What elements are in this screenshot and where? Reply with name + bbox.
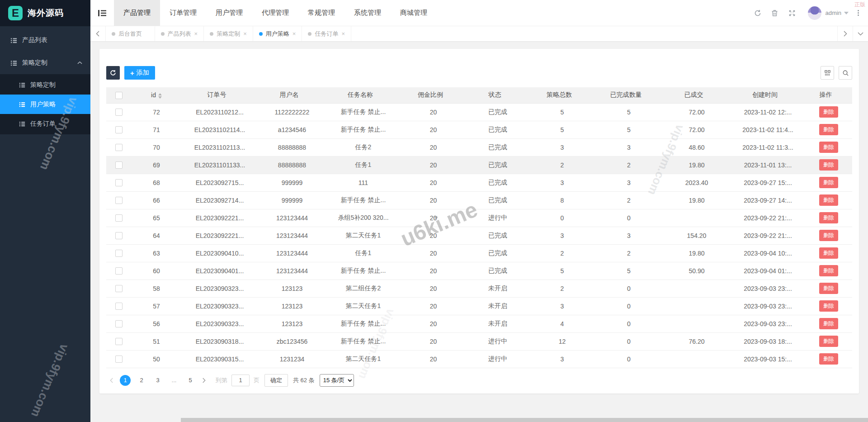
sidebar-subitem[interactable]: 任务订单 (0, 114, 90, 133)
delete-button[interactable]: 删除 (819, 159, 838, 171)
column-header[interactable]: 操作 (805, 87, 852, 103)
confirm-button[interactable]: 确定 (264, 374, 288, 387)
delete-button[interactable]: 删除 (819, 177, 838, 188)
sort-icon[interactable] (158, 93, 162, 99)
delete-button[interactable]: 删除 (819, 106, 838, 118)
column-header[interactable]: 订单号 (181, 87, 258, 103)
delete-button[interactable]: 删除 (819, 142, 838, 153)
table-row[interactable]: 72 EL2023110212... 1122222222 新手任务 禁止...… (106, 103, 852, 121)
topnav-item[interactable]: 订单管理 (160, 0, 206, 26)
column-header[interactable]: 用户名 (258, 87, 326, 103)
avatar[interactable] (808, 6, 821, 20)
row-checkbox[interactable] (115, 161, 123, 169)
tab-close-icon[interactable]: × (243, 30, 247, 37)
table-row[interactable]: 60 EL2023090401... 123123444 新手任务 禁止... … (106, 262, 852, 280)
column-header[interactable]: id (132, 87, 181, 103)
tab[interactable]: 用户策略 × (253, 26, 302, 41)
table-row[interactable]: 68 EL2023092715... 999999 111 20 已完成 3 3… (106, 174, 852, 191)
column-header[interactable]: 佣金比例 (401, 87, 466, 103)
select-all-checkbox[interactable] (115, 92, 123, 99)
column-header[interactable]: 状态 (466, 87, 529, 103)
page-number[interactable]: ... (169, 375, 179, 386)
row-checkbox[interactable] (115, 232, 123, 239)
row-checkbox[interactable] (115, 267, 123, 275)
tab-menu-button[interactable] (853, 26, 868, 41)
tab-scroll-right-button[interactable] (837, 26, 853, 41)
delete-button[interactable]: 删除 (819, 265, 838, 276)
row-checkbox[interactable] (115, 179, 123, 186)
row-checkbox[interactable] (115, 303, 123, 310)
table-row[interactable]: 58 EL2023090323... 123123 第二组任务2 20 未开启 … (106, 280, 852, 297)
user-caret-icon[interactable] (844, 12, 849, 14)
row-checkbox[interactable] (115, 126, 123, 133)
row-checkbox[interactable] (115, 197, 123, 204)
delete-button[interactable]: 删除 (819, 194, 838, 206)
page-number[interactable]: 2 (136, 375, 147, 386)
row-checkbox[interactable] (115, 250, 123, 257)
sidebar-item[interactable]: 策略定制 (0, 52, 90, 74)
delete-button[interactable]: 删除 (819, 283, 838, 294)
topnav-item[interactable]: 常规管理 (298, 0, 344, 26)
table-row[interactable]: 65 EL2023092221... 123123444 杀组5补200 320… (106, 209, 852, 227)
table-row[interactable]: 66 EL2023092714... 999999 新手任务 禁止... 20 … (106, 191, 852, 209)
column-header[interactable]: 创建时间 (731, 87, 805, 103)
fullscreen-button[interactable] (783, 0, 801, 26)
table-refresh-button[interactable] (106, 66, 120, 80)
row-checkbox[interactable] (115, 285, 123, 292)
column-header[interactable]: 已完成数量 (595, 87, 663, 103)
refresh-button[interactable] (749, 0, 766, 26)
row-checkbox[interactable] (115, 144, 123, 151)
tab-close-icon[interactable]: × (194, 30, 198, 37)
more-menu-button[interactable] (858, 10, 859, 16)
row-checkbox[interactable] (115, 356, 123, 363)
table-row[interactable]: 70 EL20231102113... 88888888 任务2 20 已完成 … (106, 138, 852, 156)
column-header[interactable]: 任务名称 (326, 87, 401, 103)
table-row[interactable]: 71 EL20231102114... a1234546 新手任务 禁止... … (106, 121, 852, 138)
tab[interactable]: 后台首页 × (106, 26, 155, 41)
topnav-item[interactable]: 用户管理 (206, 0, 252, 26)
row-checkbox[interactable] (115, 338, 123, 345)
row-checkbox[interactable] (115, 320, 123, 327)
delete-button[interactable]: 删除 (819, 247, 838, 259)
goto-page-input[interactable] (231, 375, 250, 386)
topnav-item[interactable]: 产品管理 (114, 0, 160, 26)
topnav-item[interactable]: 系统管理 (344, 0, 391, 26)
topnav-item[interactable]: 代理管理 (252, 0, 298, 26)
next-page-button[interactable] (198, 375, 209, 386)
table-row[interactable]: 63 EL2023090410... 123123444 任务1 20 已完成 … (106, 244, 852, 262)
column-header[interactable]: 已成交 (663, 87, 731, 103)
tab[interactable]: 任务订单 × (302, 26, 351, 41)
table-row[interactable]: 57 EL2023090323... 123123 第二天任务1 20 未开启 … (106, 297, 852, 315)
add-button[interactable]: + 添加 (124, 66, 155, 80)
sidebar-item[interactable]: 产品列表 (0, 29, 90, 52)
delete-button[interactable]: 删除 (819, 318, 838, 329)
username[interactable]: admin (826, 9, 841, 16)
tab[interactable]: 策略定制 × (204, 26, 253, 41)
clear-cache-button[interactable] (766, 0, 783, 26)
delete-button[interactable]: 删除 (819, 336, 838, 347)
tab-close-icon[interactable]: × (341, 30, 345, 37)
sidebar-subitem[interactable]: 策略定制 (0, 75, 90, 95)
column-toggle-button[interactable] (821, 66, 834, 80)
row-checkbox[interactable] (115, 214, 123, 222)
delete-button[interactable]: 删除 (819, 124, 838, 135)
sidebar-collapse-button[interactable] (90, 0, 114, 26)
search-button[interactable] (839, 66, 852, 80)
page-number[interactable]: 5 (185, 375, 196, 386)
page-size-select[interactable]: 15 条/页 (320, 374, 354, 387)
table-row[interactable]: 69 EL20231101133... 88888888 任务1 20 已完成 … (106, 156, 852, 174)
sidebar-subitem[interactable]: 用户策略 (0, 95, 90, 114)
column-header[interactable]: 策略总数 (529, 87, 595, 103)
delete-button[interactable]: 删除 (819, 230, 838, 241)
table-row[interactable]: 50 EL2023090315... 1231234 第二天任务1 20 进行中… (106, 350, 852, 368)
table-row[interactable]: 51 EL2023090318... zbc123456 新手任务 禁止... … (106, 332, 852, 350)
tab-close-icon[interactable]: × (292, 30, 296, 37)
delete-button[interactable]: 删除 (819, 353, 838, 365)
page-number[interactable]: 1 (120, 375, 131, 386)
horizontal-scrollbar[interactable] (181, 418, 868, 422)
topnav-item[interactable]: 商城管理 (391, 0, 437, 26)
page-number[interactable]: 3 (152, 375, 163, 386)
table-row[interactable]: 56 EL2023090323... 123123 新手任务 禁止... 20 … (106, 315, 852, 332)
table-row[interactable]: 64 EL2023092221... 123123444 第二天任务1 20 已… (106, 227, 852, 244)
tab-scroll-left-button[interactable] (90, 26, 106, 41)
